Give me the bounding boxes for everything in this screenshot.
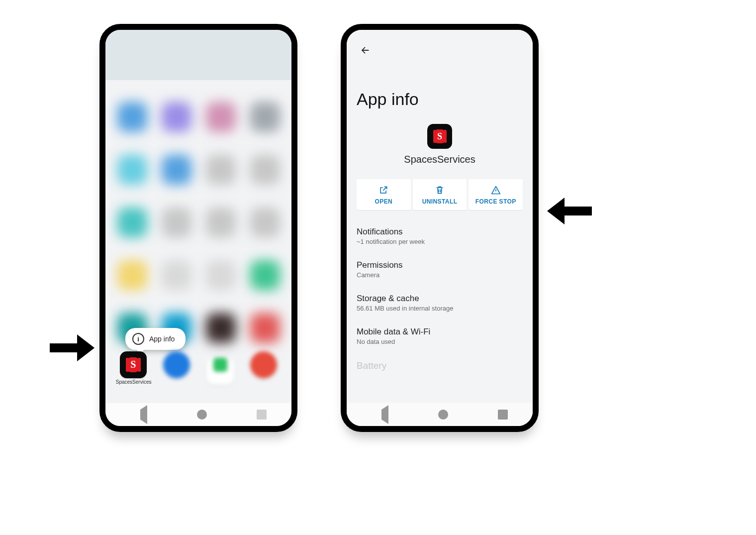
setting-item-subtitle: ~1 notification per week [357, 238, 523, 245]
open-button-label: OPEN [375, 198, 393, 205]
blurred-app-icon [250, 102, 280, 132]
app-info-popup-label: App info [149, 335, 175, 343]
blurred-app-icon [250, 260, 280, 290]
callout-arrow-left [50, 334, 94, 361]
app-info-popup[interactable]: i App info [125, 328, 186, 350]
setting-item-permissions[interactable]: PermissionsCamera [357, 252, 523, 286]
nav-home-icon[interactable] [197, 410, 207, 420]
action-row: OPEN UNINSTALL FORCE STOP [357, 179, 523, 210]
blurred-app-icon [117, 260, 147, 290]
force-stop-button[interactable]: FORCE STOP [469, 179, 523, 210]
setting-item-title: Storage & cache [357, 294, 523, 304]
nav-back-icon[interactable] [372, 405, 388, 424]
blurred-app-icon [162, 155, 191, 185]
blurred-app-icon [117, 102, 147, 132]
setting-item-notifications[interactable]: Notifications~1 notification per week [357, 219, 523, 252]
blurred-app-icon [206, 313, 236, 343]
app-name: SpacesServices [357, 154, 523, 165]
open-icon [378, 185, 388, 195]
phone-launcher: i App info S SpacesServices [99, 24, 297, 432]
blurred-app-icon [250, 208, 280, 237]
setting-item-title: Mobile data & Wi-Fi [357, 327, 523, 337]
phone-app-info: App info S SpacesServices [341, 24, 539, 432]
blurred-app-icon [162, 208, 191, 237]
dock-row: S SpacesServices [105, 351, 291, 391]
arrow-left-icon [360, 45, 371, 56]
nav-home-icon[interactable] [438, 410, 448, 420]
android-navbar [105, 403, 291, 426]
dock-app-blurred [203, 351, 238, 391]
setting-item-mobile-data-wi-fi[interactable]: Mobile data & Wi-FiNo data used [357, 319, 523, 352]
trash-icon [435, 185, 445, 195]
blurred-app-icon [117, 208, 147, 237]
dock-app-blurred [246, 351, 281, 391]
uninstall-button-label: UNINSTALL [422, 198, 458, 205]
blurred-app-icon [162, 260, 191, 290]
nav-back-icon[interactable] [130, 405, 147, 424]
blurred-app-icon [206, 260, 236, 290]
setting-item-storage-cache[interactable]: Storage & cache56.61 MB used in internal… [357, 286, 523, 319]
dock-app-blurred [159, 351, 194, 391]
info-icon: i [132, 333, 144, 345]
blurred-app-icon [206, 155, 236, 185]
blurred-app-icon [162, 102, 191, 132]
app-label: SpacesServices [116, 379, 151, 385]
open-button[interactable]: OPEN [357, 179, 411, 210]
app-spacesservices[interactable]: S SpacesServices [116, 351, 151, 391]
warning-icon [491, 185, 501, 195]
settings-list: Notifications~1 notification per weekPer… [357, 219, 523, 379]
setting-item-subtitle: 56.61 MB used in internal storage [357, 305, 523, 312]
blurred-app-icon [206, 102, 236, 132]
page-title: App info [357, 90, 523, 109]
spacesservices-icon: S [427, 124, 452, 149]
blurred-app-icon [206, 208, 236, 237]
setting-item-subtitle: No data used [357, 338, 523, 345]
callout-arrow-right [547, 198, 592, 224]
setting-item-battery[interactable]: Battery [357, 352, 523, 379]
blurred-app-icon [117, 155, 147, 185]
force-stop-button-label: FORCE STOP [475, 198, 516, 205]
blurred-app-icon [250, 155, 280, 185]
setting-item-subtitle: Camera [357, 271, 523, 279]
setting-item-title: Notifications [357, 227, 523, 237]
setting-item-title: Battery [357, 360, 523, 371]
nav-recents-icon[interactable] [257, 410, 267, 420]
uninstall-button[interactable]: UNINSTALL [413, 179, 467, 210]
spacesservices-icon: S [120, 351, 147, 378]
back-button[interactable] [360, 45, 371, 58]
app-header: S SpacesServices [357, 124, 523, 165]
setting-item-title: Permissions [357, 260, 523, 270]
android-navbar [347, 403, 533, 426]
nav-recents-icon[interactable] [498, 410, 508, 420]
blurred-app-icon [250, 313, 280, 343]
